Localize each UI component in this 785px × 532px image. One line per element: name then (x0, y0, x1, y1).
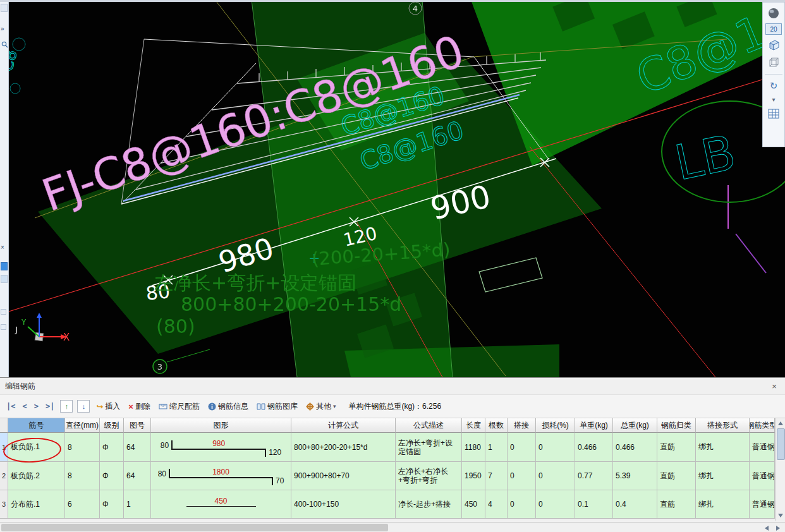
dock-tab-icon[interactable] (1, 4, 8, 12)
cell-loss[interactable]: 0 (536, 490, 575, 519)
nav-prev-button[interactable]: < (21, 401, 28, 411)
column-header-loss[interactable]: 损耗(%) (536, 418, 575, 433)
cell-grade[interactable]: Φ (100, 433, 124, 462)
cell-count[interactable]: 7 (485, 462, 508, 490)
column-header-diameter[interactable]: 直径(mm) (65, 418, 100, 433)
cell-count[interactable]: 4 (485, 490, 508, 519)
column-header-category[interactable]: 钢筋归类 (657, 418, 696, 433)
tool-dot[interactable] (1, 309, 6, 315)
cell-formula[interactable]: 900+900+80+70 (291, 462, 396, 490)
scroll-left-icon[interactable] (765, 526, 769, 531)
close-subpanel-icon[interactable]: × (1, 245, 4, 251)
rebar-info-button[interactable]: 钢筋信息 (206, 400, 250, 413)
cell-shape[interactable]: 80 980 120 (151, 433, 291, 462)
nav-next-button[interactable]: > (33, 401, 40, 411)
cell-rebartype[interactable]: 普通钢筋 (750, 490, 775, 519)
hscroll-thumb[interactable] (1, 524, 388, 531)
column-header-totalweight[interactable]: 总重(kg) (613, 418, 657, 433)
table-horizontal-scrollbar[interactable] (0, 522, 785, 532)
rebar-library-button[interactable]: 钢筋图库 (255, 400, 300, 413)
column-header-shape[interactable]: 图形 (151, 418, 291, 433)
table-row[interactable]: 3 分布筋.1 6 Φ 1 450 400-100+150 净长-起步+搭接 4… (0, 490, 775, 519)
column-header-rebartype[interactable]: 钢筋类型 (750, 418, 775, 433)
row-number[interactable]: 2 (0, 462, 8, 490)
cell-laptype[interactable]: 绑扎 (696, 462, 750, 490)
scroll-up-icon[interactable] (778, 421, 783, 425)
cell-rebartype[interactable]: 普通钢筋 (750, 433, 775, 462)
cell-figure[interactable]: 64 (124, 462, 151, 490)
column-header-length[interactable]: 长度 (462, 418, 485, 433)
cell-category[interactable]: 直筋 (657, 433, 696, 462)
cell-name[interactable]: 板负筋.2 (8, 462, 65, 490)
cell-desc[interactable]: 左净长+右净长+弯折+弯折 (396, 462, 462, 490)
selected-tool-tab[interactable] (1, 262, 8, 270)
column-header-grade[interactable]: 级别 (100, 418, 124, 433)
column-header-desc[interactable]: 公式描述 (396, 418, 462, 433)
cell-category[interactable]: 直筋 (657, 490, 696, 519)
expand-panel-icon[interactable]: » (1, 26, 4, 32)
cell-grade[interactable]: Φ (100, 490, 124, 519)
search-icon[interactable] (1, 41, 8, 48)
delete-button[interactable]: × 删除 (126, 400, 152, 413)
cell-rebartype[interactable]: 普通钢筋 (750, 462, 775, 490)
close-icon[interactable]: × (769, 381, 780, 391)
cell-unitweight[interactable]: 0.466 (575, 433, 613, 462)
column-header-figure[interactable]: 图号 (124, 418, 151, 433)
cell-diameter[interactable]: 6 (65, 490, 100, 519)
cell-shape[interactable]: 450 (151, 490, 291, 519)
cell-desc[interactable]: 净长-起步+搭接 (396, 490, 462, 519)
insert-button[interactable]: ↪ 插入 (94, 400, 122, 413)
cell-lap[interactable]: 0 (508, 433, 536, 462)
column-header-unitweight[interactable]: 单重(kg) (575, 418, 613, 433)
cell-figure[interactable]: 1 (124, 490, 151, 519)
scale-rebar-button[interactable]: 缩尺配筋 (157, 400, 202, 413)
cell-name[interactable]: 板负筋.1 (8, 433, 65, 462)
column-header-name[interactable]: 筋号 (8, 418, 65, 433)
view-style-button[interactable] (765, 6, 782, 21)
tool-tab[interactable] (1, 275, 8, 283)
cell-category[interactable]: 直筋 (657, 462, 696, 490)
cell-count[interactable]: 1 (485, 433, 508, 462)
cell-diameter[interactable]: 8 (65, 433, 100, 462)
cell-laptype[interactable]: 绑扎 (696, 433, 750, 462)
cell-length[interactable]: 450 (462, 490, 485, 519)
cell-loss[interactable]: 0 (536, 433, 575, 462)
cell-unitweight[interactable]: 0.77 (575, 462, 613, 490)
table-row[interactable]: 1 板负筋.1 8 Φ 64 80 980 120 800+80+200-20+… (0, 433, 775, 462)
other-menu-button[interactable]: 其他 ▾ (304, 400, 338, 413)
cell-formula[interactable]: 400-100+150 (291, 490, 396, 519)
nav-first-button[interactable]: |< (5, 401, 16, 411)
cell-grade[interactable]: Φ (100, 462, 124, 490)
move-up-button[interactable]: ↑ (60, 400, 73, 413)
column-header-formula[interactable]: 计算公式 (291, 418, 396, 433)
chevron-down-icon[interactable]: ▾ (772, 96, 775, 104)
nav-last-button[interactable]: >| (44, 401, 56, 411)
cell-figure[interactable]: 64 (124, 433, 151, 462)
table-row[interactable]: 2 板负筋.2 8 Φ 64 80 1800 70 900+900+80+70 … (0, 462, 775, 490)
cell-shape[interactable]: 80 1800 70 (151, 462, 291, 490)
cell-totalweight[interactable]: 0.4 (613, 490, 657, 519)
cell-name[interactable]: 分布筋.1 (8, 490, 65, 519)
column-header-lap[interactable]: 搭接 (508, 418, 536, 433)
column-header-laptype[interactable]: 搭接形式 (696, 418, 750, 433)
cell-totalweight[interactable]: 5.39 (613, 462, 657, 490)
cell-laptype[interactable]: 绑扎 (696, 490, 750, 519)
3d-viewport[interactable]: C8@1 LB C8@160 C8@160 C8 FJ-C8@160:C8@16… (0, 0, 785, 377)
cell-formula[interactable]: 800+80+200-20+15*d (291, 433, 396, 462)
row-number[interactable]: 3 (0, 490, 8, 519)
table-view-icon[interactable] (765, 106, 782, 121)
cell-lap[interactable]: 0 (508, 462, 536, 490)
rotate-view-icon[interactable]: ↻ (765, 78, 782, 94)
cell-unitweight[interactable]: 0.1 (575, 490, 613, 519)
scroll-right-icon[interactable] (776, 526, 780, 531)
zoom-level-box[interactable]: 20 (765, 23, 782, 35)
cell-length[interactable]: 1180 (462, 433, 485, 462)
column-header-count[interactable]: 根数 (485, 418, 508, 433)
vscroll-thumb[interactable] (777, 428, 785, 460)
cell-totalweight[interactable]: 0.466 (613, 433, 657, 462)
cell-length[interactable]: 1950 (462, 462, 485, 490)
cell-desc[interactable]: 左净长+弯折+设定锚固 (396, 433, 462, 462)
cell-loss[interactable]: 0 (536, 462, 575, 490)
scroll-down-icon[interactable] (778, 514, 783, 517)
tool-dot-2[interactable] (1, 324, 6, 330)
